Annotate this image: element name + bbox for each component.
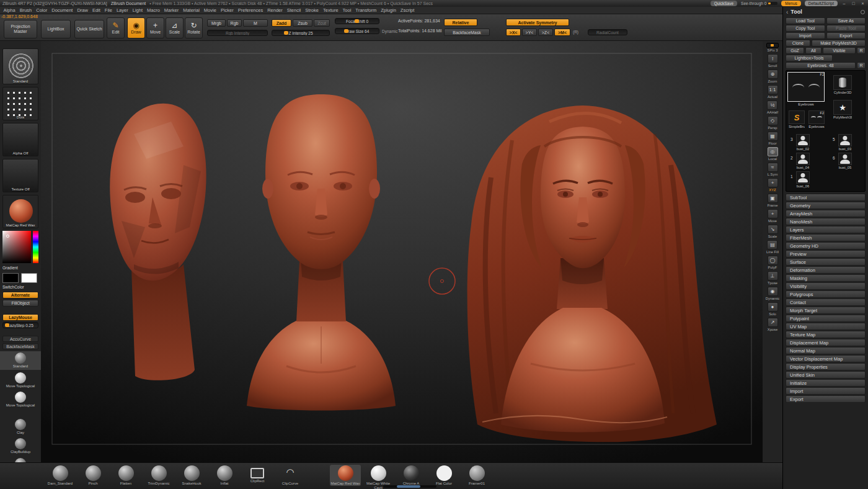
- menu-texture[interactable]: Texture: [321, 7, 340, 14]
- symmetry-x-button[interactable]: >X<: [506, 29, 521, 36]
- shelf-spix-3[interactable]: SPix 3: [766, 43, 779, 52]
- section-export[interactable]: Export: [786, 395, 866, 403]
- lazystep-slider[interactable]: LazyStep 0.25: [2, 322, 38, 328]
- menu-marker[interactable]: Marker: [162, 7, 180, 14]
- import-button[interactable]: Import: [786, 32, 825, 39]
- load-tool-button[interactable]: Load Tool: [786, 17, 825, 24]
- goz-visible-button[interactable]: Visible: [823, 47, 856, 54]
- lazymouse-button[interactable]: LazyMouse: [2, 314, 38, 321]
- zadd-button[interactable]: Zadd: [272, 19, 291, 27]
- accucurve-button[interactable]: AccuCurve: [2, 336, 38, 342]
- section-morph-target[interactable]: Morph Target: [786, 307, 866, 314]
- tool-item-eyebrows-4[interactable]: F2Eyebrows: [808, 110, 825, 128]
- shelf-dynamic[interactable]: ◉Dynamic: [766, 287, 780, 300]
- shelf-tpose[interactable]: ⊥Tpose: [768, 271, 778, 285]
- zcut-button[interactable]: Zcut: [314, 19, 330, 27]
- section-layers[interactable]: Layers: [786, 226, 866, 233]
- scrollbar-thumb[interactable]: [397, 485, 420, 488]
- goz-button[interactable]: GoZ: [786, 47, 804, 54]
- quick-brush-standard-0[interactable]: Standard: [0, 351, 41, 370]
- current-tool-button[interactable]: Eyebrows. 48: [786, 62, 856, 69]
- minimize-icon[interactable]: –: [841, 1, 847, 6]
- z-intensity-slider[interactable]: Z Intensity 25: [272, 30, 330, 36]
- shelf-xpose[interactable]: ↗Xpose: [768, 318, 778, 331]
- section-nanomesh[interactable]: NanoMesh: [786, 218, 866, 225]
- lightbox-button[interactable]: LightBox: [41, 20, 71, 38]
- shelf-actual[interactable]: 1:1Actual: [768, 85, 778, 99]
- secondary-color-swatch[interactable]: [21, 273, 37, 283]
- section-deformation[interactable]: Deformation: [786, 266, 866, 274]
- symmetry-z-button[interactable]: >Z<: [538, 29, 553, 36]
- symmetry-m-button[interactable]: >M<: [554, 29, 570, 36]
- m-button[interactable]: M: [243, 19, 268, 27]
- tool-item-bust-04-7[interactable]: 2bust_04: [796, 153, 810, 169]
- move-button[interactable]: + Move: [146, 17, 164, 38]
- current-tool-r-button[interactable]: R: [857, 62, 866, 69]
- menu-draw[interactable]: Draw: [75, 7, 91, 14]
- hue-strip[interactable]: [33, 231, 38, 263]
- quick-brush-claytubes-5[interactable]: ClayTubes: [0, 457, 41, 462]
- shelf-solo[interactable]: ●Solo: [768, 302, 778, 316]
- tray-clipcurve[interactable]: ◠ClipCurve: [275, 465, 306, 486]
- menu-zscript[interactable]: Zscript: [398, 7, 417, 14]
- activate-symmetry-button[interactable]: Activate Symmetry: [506, 19, 569, 26]
- tray-dam-standard[interactable]: Dam_Standard: [45, 465, 76, 486]
- shelf-zoom[interactable]: ⊕Zoom: [768, 70, 778, 83]
- main-color-swatch[interactable]: [2, 273, 19, 283]
- menu-alpha[interactable]: Alpha: [1, 7, 17, 14]
- alternate-button[interactable]: Alternate: [2, 292, 38, 298]
- tool-item-bust-05-8[interactable]: 6bust_05: [838, 153, 852, 169]
- menu-render[interactable]: Render: [265, 7, 285, 14]
- menu-picker[interactable]: Picker: [218, 7, 236, 14]
- projection-master-button[interactable]: Projection Master: [4, 20, 37, 38]
- shelf-local[interactable]: ◎Local: [768, 147, 778, 161]
- fillobject-button[interactable]: FillObject: [2, 300, 38, 307]
- tool-item-bust-06-9[interactable]: 1bust_06: [796, 171, 810, 188]
- menu-stencil[interactable]: Stencil: [285, 7, 303, 14]
- quick-brush-clay-3[interactable]: Clay: [0, 418, 41, 436]
- tool-item-simplebrush-3[interactable]: SSimpleBrush: [789, 110, 805, 128]
- quicksave-button[interactable]: QuickSave: [711, 1, 737, 6]
- section-unified-skin[interactable]: Unified Skin: [786, 371, 866, 379]
- defaultzscript-button[interactable]: DefaultZScript: [805, 1, 838, 6]
- menu-brush[interactable]: Brush: [17, 7, 34, 14]
- goz-all-button[interactable]: All: [805, 47, 822, 54]
- shelf-move[interactable]: +Move: [768, 209, 778, 223]
- draw-button[interactable]: ◉ Draw: [127, 17, 145, 38]
- shelf-polyf[interactable]: ◯PolyF: [768, 256, 778, 269]
- maximize-icon[interactable]: □: [851, 1, 856, 6]
- panel-menu-icon[interactable]: [861, 10, 865, 14]
- rotate-button[interactable]: ↻ Rotate: [185, 17, 203, 38]
- tool-item-bust-03-6[interactable]: 5bust_03: [838, 134, 852, 151]
- clone-button[interactable]: Clone: [786, 40, 810, 47]
- section-vector-displacement-map[interactable]: Vector Displacement Map: [786, 355, 866, 362]
- section-masking[interactable]: Masking: [786, 274, 866, 282]
- current-material-thumbnail[interactable]: MatCap Red Wax: [2, 195, 38, 228]
- symmetry-y-button[interactable]: >Y<: [522, 29, 537, 36]
- backfacemask-button[interactable]: BackfaceMask: [444, 29, 490, 36]
- section-geometry[interactable]: Geometry: [786, 202, 866, 209]
- current-texture-thumbnail[interactable]: Texture Off: [2, 159, 38, 192]
- menu-transform[interactable]: Transform: [353, 7, 379, 14]
- lightbox-tools-button[interactable]: Lightbox>Tools: [786, 55, 833, 61]
- rgb-button[interactable]: Rgb: [227, 19, 242, 27]
- menu-preferences[interactable]: Preferences: [236, 7, 265, 14]
- shelf-xyz[interactable]: +XYZ: [768, 178, 778, 192]
- menu-movie[interactable]: Movie: [202, 7, 218, 14]
- menu-color[interactable]: Color: [34, 7, 50, 14]
- canvas-scrollbar[interactable]: [383, 485, 436, 488]
- draw-size-slider[interactable]: Draw Size 64: [335, 28, 379, 34]
- section-display-properties[interactable]: Display Properties: [786, 363, 866, 370]
- color-picker[interactable]: [2, 231, 38, 263]
- tray-flat-color[interactable]: Flat Color: [428, 465, 459, 486]
- goz-r-button[interactable]: R: [857, 47, 866, 54]
- shelf-scale[interactable]: ↘Scale: [768, 225, 778, 238]
- tray-framer01[interactable]: Framer01: [461, 465, 492, 486]
- section-subtool[interactable]: SubTool: [786, 194, 866, 201]
- tray-chrome-a[interactable]: Chrome A: [396, 465, 427, 486]
- see-through-track[interactable]: [768, 2, 777, 5]
- save-as-button[interactable]: Save As: [826, 17, 866, 24]
- relative-button[interactable]: Relative: [444, 19, 477, 26]
- section-geometry-hd[interactable]: Geometry HD: [786, 242, 866, 249]
- gradient-label[interactable]: Gradient: [2, 266, 38, 270]
